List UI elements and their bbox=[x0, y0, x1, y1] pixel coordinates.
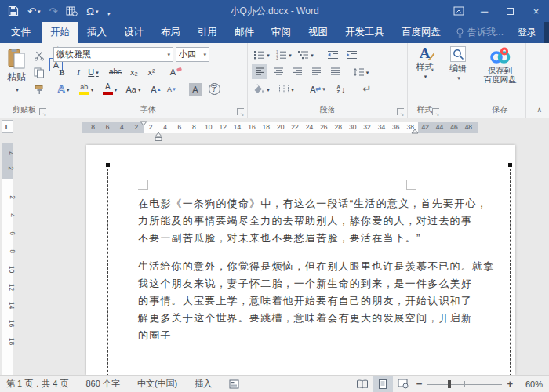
document-text[interactable]: 在电影《一条狗的使命》中，有这么一段话“生活的意义，首先要开心，力所能及的事情要… bbox=[138, 195, 494, 344]
zoom-in-icon[interactable]: + bbox=[504, 378, 516, 390]
ruler-number: 12 bbox=[216, 122, 230, 133]
ruler-number: 10 bbox=[202, 122, 216, 133]
vertical-ruler[interactable]: 42 24681012141618 bbox=[2, 143, 13, 375]
ribbon-tab[interactable]: 布局 bbox=[152, 22, 189, 43]
right-indent-marker[interactable] bbox=[411, 129, 419, 134]
web-layout-icon[interactable] bbox=[393, 376, 413, 392]
ruler-number: 12 bbox=[0, 284, 16, 291]
word-count[interactable]: 860 个字 bbox=[85, 378, 119, 390]
share-button[interactable]: 共享 bbox=[544, 22, 549, 43]
ribbon-tab[interactable]: 开始 bbox=[42, 22, 78, 43]
ribbon-tab[interactable]: 设计 bbox=[115, 22, 152, 43]
copy-button[interactable] bbox=[31, 65, 47, 80]
clear-formatting-button[interactable]: A bbox=[169, 64, 184, 79]
styles-dialog-launcher-icon[interactable] bbox=[432, 108, 439, 115]
paragraph-dialog-launcher-icon[interactable] bbox=[397, 108, 404, 115]
save-icon[interactable] bbox=[8, 5, 19, 16]
qat-customize-icon[interactable] bbox=[107, 5, 114, 18]
ribbon-tab[interactable]: 引用 bbox=[189, 22, 226, 43]
text-effects-button[interactable]: A bbox=[53, 82, 74, 96]
align-right-button[interactable] bbox=[289, 64, 305, 79]
ribbon-tab[interactable]: 百度网盘 bbox=[393, 22, 449, 43]
font-dialog-launcher-icon[interactable] bbox=[237, 108, 244, 115]
borders-button[interactable] bbox=[276, 82, 296, 96]
undo-icon[interactable]: ↶ bbox=[27, 5, 40, 17]
bold-button[interactable]: B bbox=[54, 64, 70, 79]
enclose-characters-button[interactable]: 字 bbox=[206, 82, 222, 96]
styles-button[interactable]: A 样式 bbox=[408, 46, 442, 81]
paste-button[interactable]: 粘贴 bbox=[3, 48, 30, 95]
font-size-select[interactable]: 小四 bbox=[176, 47, 209, 62]
asian-layout-button[interactable]: A⇄ bbox=[307, 82, 328, 96]
hanging-indent-marker[interactable] bbox=[155, 132, 162, 142]
show-hide-marks-button[interactable]: ↵ bbox=[359, 82, 375, 96]
decrease-indent-button[interactable] bbox=[325, 47, 340, 62]
align-center-button[interactable] bbox=[271, 64, 286, 79]
ruler-number: 44 bbox=[432, 122, 446, 133]
macro-record-icon[interactable] bbox=[229, 379, 239, 389]
close-icon[interactable]: × bbox=[523, 0, 549, 22]
symbol-omega-icon[interactable]: Ω bbox=[86, 5, 98, 17]
ribbon-tab[interactable]: 邮件 bbox=[226, 22, 263, 43]
italic-button[interactable]: I bbox=[71, 64, 86, 79]
zoom-out-icon[interactable]: − bbox=[413, 378, 426, 390]
format-painter-button[interactable] bbox=[31, 82, 47, 97]
selection-handle-top-left[interactable] bbox=[106, 163, 110, 167]
ribbon-tab[interactable]: 开发工具 bbox=[336, 22, 393, 43]
ribbon-filler: ∧ bbox=[526, 43, 549, 118]
minimize-icon[interactable]: ─ bbox=[471, 0, 497, 22]
editing-button[interactable]: 编辑 bbox=[442, 46, 474, 82]
ribbon-tab[interactable]: 文件 bbox=[0, 22, 42, 43]
font-name-select[interactable]: 微软雅黑 bbox=[53, 47, 173, 62]
horizontal-ruler[interactable]: 8642 2468101214161820222426283032343638 … bbox=[82, 122, 478, 133]
maximize-icon[interactable] bbox=[497, 0, 523, 22]
print-layout-icon[interactable] bbox=[373, 376, 393, 392]
shrink-font-button[interactable]: A▼ bbox=[164, 82, 180, 96]
cut-button[interactable] bbox=[31, 48, 47, 63]
first-line-indent-marker[interactable] bbox=[140, 121, 147, 126]
clipboard-dialog-launcher-icon[interactable] bbox=[39, 108, 46, 115]
document-page[interactable]: 在电影《一条狗的使命》中，有这么一段话“生活的意义，首先要开心，力所能及的事情要… bbox=[86, 145, 515, 375]
character-shading-button[interactable]: A bbox=[187, 82, 203, 96]
multilevel-list-button[interactable] bbox=[296, 47, 315, 62]
ruler-text-area: 2468101214161820222426283032343638 bbox=[144, 122, 418, 133]
underline-button[interactable]: U bbox=[85, 64, 101, 79]
align-left-button[interactable] bbox=[252, 64, 267, 79]
ruler-number: 34 bbox=[374, 122, 388, 133]
text-line: 不要一副苦瓜脸，对未来也不要愁眉苦脸，要活在当下。” bbox=[138, 230, 494, 247]
zoom-slider[interactable] bbox=[425, 376, 504, 392]
justify-button[interactable] bbox=[308, 64, 324, 79]
distribute-button[interactable] bbox=[327, 64, 343, 79]
insert-mode-indicator[interactable]: 插入 bbox=[195, 378, 212, 390]
tab-selector[interactable]: L bbox=[2, 120, 13, 133]
strikethrough-button[interactable]: abc bbox=[107, 64, 123, 79]
sort-button[interactable]: AZ↓ bbox=[333, 82, 350, 96]
zoom-level[interactable]: 60% bbox=[516, 379, 543, 389]
language-indicator[interactable]: 中文(中国) bbox=[137, 378, 177, 390]
change-case-button[interactable]: Aa bbox=[123, 82, 144, 96]
font-color-button[interactable]: A bbox=[100, 82, 120, 96]
ribbon-display-options-icon[interactable] bbox=[445, 0, 471, 22]
sign-in-button[interactable]: 登录 bbox=[510, 22, 544, 43]
zoom-slider-thumb[interactable] bbox=[448, 380, 451, 388]
save-to-baidu-button[interactable]: 保存到百度网盘 bbox=[474, 46, 525, 84]
selection-handle-top-right[interactable] bbox=[508, 163, 512, 167]
ribbon-tab[interactable]: 审阅 bbox=[263, 22, 300, 43]
grow-font-button[interactable]: A▲ bbox=[148, 82, 164, 96]
read-mode-icon[interactable] bbox=[352, 376, 373, 392]
ribbon-tab[interactable]: 插入 bbox=[78, 22, 115, 43]
bullets-button[interactable] bbox=[252, 47, 271, 62]
numbering-button[interactable]: 123 bbox=[274, 47, 293, 62]
line-spacing-button[interactable] bbox=[351, 64, 371, 79]
insert-table-icon[interactable] bbox=[66, 5, 78, 16]
superscript-button[interactable]: x² bbox=[144, 64, 159, 79]
tell-me[interactable]: 告诉我... bbox=[449, 22, 510, 43]
subscript-button[interactable]: x₂ bbox=[126, 64, 142, 79]
highlight-color-button[interactable]: ab bbox=[76, 82, 96, 96]
collapse-ribbon-icon[interactable]: ∧ bbox=[536, 106, 542, 114]
increase-indent-button[interactable] bbox=[344, 47, 359, 62]
ribbon-tab[interactable]: 视图 bbox=[300, 22, 336, 43]
shading-button[interactable] bbox=[251, 82, 271, 96]
redo-icon[interactable]: ↷ bbox=[49, 5, 57, 17]
page-indicator[interactable]: 第 1 页，共 4 页 bbox=[6, 378, 68, 390]
